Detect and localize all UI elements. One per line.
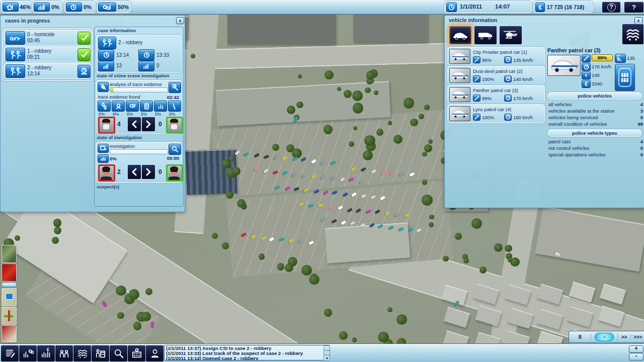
- case-solved-check-icon[interactable]: [77, 48, 91, 61]
- csi-found-label: trace evidence found: [98, 95, 140, 100]
- add-detective-button[interactable]: [141, 164, 155, 179]
- stat-row: vehicles available at the station 3: [548, 108, 643, 114]
- stat-value: 3: [640, 108, 643, 114]
- map-decor: [404, 98, 414, 108]
- stat-label: special operations vehicles: [548, 152, 606, 157]
- police-station-marker-icon: [6, 293, 13, 300]
- case-info-title: case information: [98, 28, 136, 33]
- vehicles-stack-icon[interactable]: [622, 24, 644, 45]
- map-decor: [298, 74, 302, 78]
- vehicle-seats-button[interactable]: [615, 64, 635, 91]
- evidence-value: 0%: [169, 112, 175, 117]
- police-stations-map-thumb[interactable]: [2, 288, 17, 306]
- evidence-value: 5%: [141, 112, 147, 117]
- helicopter-tab-icon[interactable]: [499, 26, 522, 45]
- stat-label: all vehicles: [548, 102, 572, 107]
- selected-vehicle-condition: 99%: [592, 54, 613, 61]
- vehicle-list-item[interactable]: Dust-devil patrol car (2) 100% 140 km/h: [447, 66, 545, 85]
- speed-icon: [504, 95, 512, 102]
- vehicle-window-title: vehicle information: [449, 17, 497, 23]
- map-zoom-out-button[interactable]: -: [629, 353, 643, 360]
- satellite-view-thumb[interactable]: [2, 245, 17, 263]
- crime-value: 13: [116, 63, 122, 68]
- case-label: 2 - robbery: [27, 65, 51, 70]
- time-indicator[interactable]: 0%: [64, 1, 96, 13]
- csi-task-icon: [98, 82, 109, 92]
- housing-indicator-icon: [3, 3, 19, 12]
- case-list-icon[interactable]: [1, 345, 19, 362]
- investigation-progress-value: 0%: [110, 156, 117, 161]
- crime-heatmap-thumb[interactable]: [2, 263, 17, 282]
- minimap-slider[interactable]: [2, 282, 17, 287]
- case-list-item[interactable]: 0 - homicide 03:45: [4, 30, 92, 46]
- map-decor: [378, 332, 388, 342]
- crime-points-icon: [98, 61, 114, 71]
- map-zoom-in-button[interactable]: +: [629, 345, 643, 353]
- csi-time-left: 02:42: [167, 95, 179, 100]
- map-decor: [222, 242, 229, 249]
- case-in-progress-icon[interactable]: [77, 65, 91, 78]
- suspects-icon[interactable]: [145, 345, 164, 362]
- condition-icon: [582, 54, 591, 62]
- map-decor: [212, 233, 218, 239]
- vehicle-list-item[interactable]: Lynx patrol car (4) 100% 180 km/h: [447, 104, 545, 123]
- map-decor: [325, 70, 334, 79]
- date-time-box: 1/1/2011 14:07: [444, 1, 532, 13]
- personnel-icon[interactable]: [55, 345, 73, 362]
- csi-assign-button[interactable]: [169, 82, 181, 93]
- csi-available-portrait: [98, 117, 115, 134]
- context-help-button[interactable]: ?: [602, 2, 621, 13]
- fastest-forward-button[interactable]: >>>: [631, 334, 644, 340]
- context-help-icon: ?: [607, 3, 616, 12]
- pause-button[interactable]: II: [569, 334, 591, 340]
- time-indicator-icon: [66, 3, 82, 12]
- stat-label: vehicles being serviced: [548, 115, 598, 120]
- map-decor: [353, 103, 363, 113]
- case-list-item[interactable]: 2 - robbery 13:14: [4, 63, 92, 79]
- case-solved-check-icon[interactable]: [77, 32, 91, 45]
- crime-indicator[interactable]: 50%: [97, 1, 131, 13]
- selected-vehicle-speed: 170 km/h: [592, 64, 611, 69]
- map-decor: [301, 265, 312, 276]
- investigation-icon[interactable]: [109, 345, 128, 362]
- police-van-tab-icon[interactable]: [474, 26, 497, 45]
- remove-csi-button[interactable]: [127, 117, 141, 132]
- districts-map-thumb[interactable]: [2, 307, 17, 325]
- case-summary-box: 2 - robbery 13:14 13:33 13 0: [96, 35, 182, 73]
- speed-icon: [582, 63, 591, 71]
- map-decor: [54, 227, 61, 234]
- vehicles-icon[interactable]: [73, 345, 92, 362]
- case-list-item[interactable]: 1 - robbery 09:21: [4, 46, 92, 62]
- housing-indicator[interactable]: 46%: [1, 1, 32, 13]
- investigation-assign-button[interactable]: [169, 144, 181, 155]
- case-label: 2 - robbery: [118, 40, 142, 45]
- police-stations-icon[interactable]: [127, 345, 146, 362]
- close-vehicle-window-button[interactable]: x: [634, 17, 642, 24]
- remove-detective-button[interactable]: [127, 164, 141, 179]
- statistics-indicator[interactable]: 0%: [32, 1, 62, 13]
- danger-map-thumb[interactable]: [2, 325, 17, 342]
- map-decor: [366, 71, 375, 80]
- crime-statistics-icon[interactable]: [19, 345, 37, 362]
- play-button[interactable]: >: [595, 333, 614, 341]
- vehicle-list-item[interactable]: Panther patrol car (3) 99% 170 km/h: [447, 85, 545, 104]
- power-icon: [582, 71, 591, 79]
- map-decor: [374, 90, 378, 95]
- investigation-task-label: investigation: [110, 144, 135, 149]
- patrol-car-tab-icon[interactable]: [449, 26, 472, 45]
- investigation-progress: [110, 149, 168, 154]
- vehicle-list-item[interactable]: City Prowler patrol car (1) 99% 135 km/h: [447, 47, 545, 66]
- investigation-box: investigation 0% 00:00 2 0: [96, 142, 182, 183]
- map-decor: [429, 215, 434, 220]
- help-button[interactable]: ?: [624, 2, 644, 13]
- map-decor: [117, 312, 124, 319]
- log-scroll-down-button[interactable]: [324, 355, 330, 361]
- case-time: 03:45: [27, 38, 40, 43]
- close-cases-window-button[interactable]: x: [176, 17, 184, 24]
- add-csi-button[interactable]: [141, 117, 155, 132]
- map-decor: [443, 256, 448, 261]
- staff-assignment-icon[interactable]: [91, 345, 110, 362]
- case-label: 1 - robbery: [27, 48, 51, 54]
- fast-forward-button[interactable]: >>: [618, 334, 631, 340]
- finances-icon[interactable]: €: [37, 345, 55, 362]
